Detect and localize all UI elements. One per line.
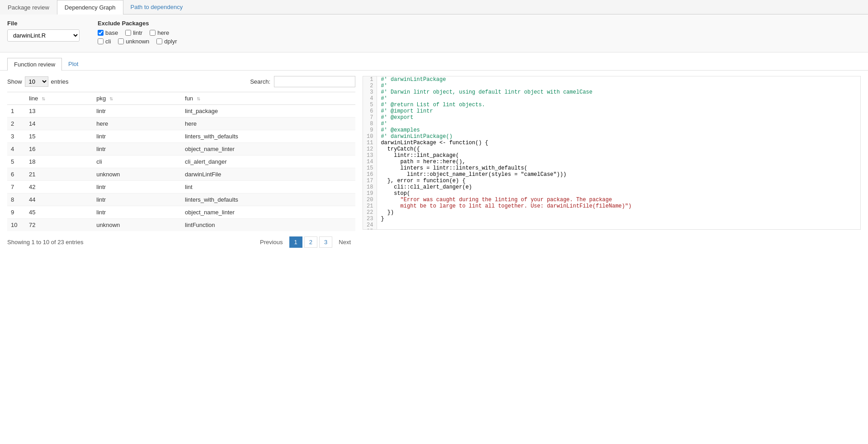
top-controls: File darwinLint.R Exclude Packages base …	[0, 14, 868, 52]
cell-pkg: lintr	[93, 206, 181, 219]
code-line: 15 linters = lintr::linters_with_default…	[363, 165, 860, 171]
code-line: 6#' @import lintr	[363, 108, 860, 114]
exclude-item-lintr[interactable]: lintr	[125, 29, 142, 36]
cell-fun: linters_with_defaults	[181, 130, 355, 143]
cell-pkg: unknown	[93, 168, 181, 181]
line-number: 17	[363, 178, 377, 184]
code-line: 14 path = here::here(),	[363, 159, 860, 165]
page-1-button[interactable]: 1	[289, 236, 302, 248]
cell-num: 5	[7, 156, 25, 168]
line-code-text: #' darwinLintPackage	[377, 76, 860, 83]
exclude-label-dplyr: dplyr	[164, 38, 177, 45]
line-number: 21	[363, 203, 377, 209]
cell-pkg: lintr	[93, 181, 181, 194]
cell-fun: linters_with_defaults	[181, 194, 355, 206]
exclude-row-2: cli unknown dplyr	[98, 38, 177, 45]
cell-line: 15	[25, 130, 93, 143]
line-number: 4	[363, 95, 377, 102]
line-number: 3	[363, 89, 377, 95]
exclude-checkbox-unknown[interactable]	[118, 38, 124, 44]
file-select[interactable]: darwinLint.R	[7, 29, 80, 42]
code-line: 9#' @examples	[363, 127, 860, 133]
sub-tab-function-review[interactable]: Function review	[7, 58, 62, 71]
exclude-item-base[interactable]: base	[98, 29, 118, 36]
data-table: line ⇅ pkg ⇅ fun ⇅ 1	[7, 92, 355, 231]
sort-icon-line: ⇅	[42, 96, 45, 101]
line-number: 24	[363, 222, 377, 228]
exclude-packages-section: Exclude Packages base lintr here	[98, 20, 177, 47]
cell-fun: object_name_linter	[181, 206, 355, 219]
code-line: 13 lintr::lint_package(	[363, 152, 860, 159]
line-code-text	[377, 228, 860, 230]
line-code-text: #'	[377, 95, 860, 102]
sub-tab-plot[interactable]: Plot	[62, 58, 85, 71]
cell-fun: object_name_linter	[181, 143, 355, 156]
line-number: 23	[363, 216, 377, 222]
sort-icon-pkg: ⇅	[109, 96, 113, 101]
pagination-controls: Previous 1 2 3 Next	[255, 236, 355, 248]
line-code-text	[377, 222, 860, 228]
exclude-checkbox-lintr[interactable]	[125, 30, 131, 36]
col-header-fun[interactable]: fun ⇅	[181, 92, 355, 105]
search-input[interactable]	[274, 76, 355, 87]
cell-line: 16	[25, 143, 93, 156]
cell-num: 10	[7, 219, 25, 231]
tab-path-to-dependency[interactable]: Path to dependency	[123, 0, 190, 14]
main-content: Show 10 25 50 100 entries Search:	[0, 76, 868, 248]
exclude-checkbox-cli[interactable]	[98, 38, 104, 44]
line-number: 25	[363, 228, 377, 230]
exclude-label-unknown: unknown	[126, 38, 149, 45]
line-number: 18	[363, 184, 377, 190]
exclude-item-unknown[interactable]: unknown	[118, 38, 149, 45]
code-line: 8#'	[363, 121, 860, 127]
col-header-num[interactable]	[7, 92, 25, 105]
code-line: 16 lintr::object_name_linter(styles = "c…	[363, 171, 860, 178]
code-line: 3#' Darwin lintr object, using default l…	[363, 89, 860, 95]
line-code-text: lintr::lint_package(	[377, 152, 860, 159]
exclude-checkbox-dplyr[interactable]	[156, 38, 162, 44]
line-code-text: path = here::here(),	[377, 159, 860, 165]
table-section: Show 10 25 50 100 entries Search:	[7, 76, 355, 248]
exclude-label-here: here	[157, 29, 169, 36]
exclude-item-here[interactable]: here	[150, 29, 169, 36]
cell-fun: lint_package	[181, 105, 355, 118]
col-header-pkg[interactable]: pkg ⇅	[93, 92, 181, 105]
entries-select[interactable]: 10 25 50 100	[25, 76, 48, 87]
tab-dependency-graph[interactable]: Dependency Graph	[57, 0, 123, 14]
col-header-line[interactable]: line ⇅	[25, 92, 93, 105]
cell-fun: cli_alert_danger	[181, 156, 355, 168]
entries-label: entries	[51, 78, 69, 85]
exclude-item-cli[interactable]: cli	[98, 38, 111, 45]
cell-pkg: lintr	[93, 130, 181, 143]
exclude-packages-label: Exclude Packages	[98, 20, 177, 27]
code-panel[interactable]: 1#' darwinLintPackage2#'3#' Darwin lintr…	[363, 76, 861, 230]
app-container: Package review Dependency Graph Path to …	[0, 0, 868, 248]
code-line: 4#'	[363, 95, 860, 102]
prev-button[interactable]: Previous	[255, 237, 288, 247]
table-row: 1 13 lintr lint_package	[7, 105, 355, 118]
exclude-row-1: base lintr here	[98, 29, 177, 36]
cell-fun: darwinLintFile	[181, 168, 355, 181]
exclude-checkbox-base[interactable]	[98, 30, 104, 36]
line-number: 10	[363, 133, 377, 140]
line-code-text: #' @export	[377, 114, 860, 121]
exclude-checkbox-here[interactable]	[150, 30, 156, 36]
sub-tabs: Function review Plot	[0, 58, 868, 71]
cell-num: 9	[7, 206, 25, 219]
show-label: Show	[7, 78, 22, 85]
pagination-area: Showing 1 to 10 of 23 entries Previous 1…	[7, 236, 355, 248]
next-button[interactable]: Next	[334, 237, 355, 247]
code-line: 12 tryCatch({	[363, 146, 860, 152]
line-code-text: linters = lintr::linters_with_defaults(	[377, 165, 860, 171]
cell-pkg: lintr	[93, 143, 181, 156]
exclude-item-dplyr[interactable]: dplyr	[156, 38, 177, 45]
exclude-label-lintr: lintr	[133, 29, 142, 36]
line-number: 6	[363, 108, 377, 114]
line-number: 9	[363, 127, 377, 133]
show-entries: Show 10 25 50 100 entries	[7, 76, 69, 87]
tab-package-review[interactable]: Package review	[0, 0, 57, 14]
cell-line: 18	[25, 156, 93, 168]
line-code-text: }, error = function(e) {	[377, 178, 860, 184]
page-3-button[interactable]: 3	[319, 236, 332, 248]
page-2-button[interactable]: 2	[304, 236, 317, 248]
